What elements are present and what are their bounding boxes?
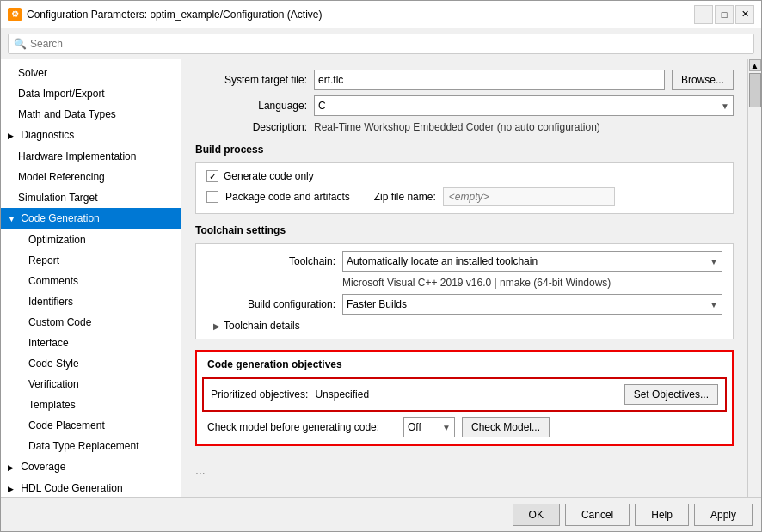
zip-label: Zip file name:: [374, 191, 436, 203]
sidebar-item-code-placement[interactable]: Code Placement: [1, 415, 181, 436]
package-code-checkbox[interactable]: [206, 191, 218, 203]
sidebar-item-data-type-rep[interactable]: Data Type Replacement: [1, 436, 181, 456]
toolchain-row: Toolchain: Automatically locate an insta…: [206, 251, 722, 272]
check-model-select[interactable]: Off ▼: [403, 417, 455, 437]
sidebar-item-custom-code[interactable]: Custom Code: [1, 312, 181, 333]
search-input[interactable]: [30, 38, 748, 50]
scrollbar[interactable]: ▲: [747, 59, 761, 497]
sidebar-item-solver[interactable]: Solver: [1, 63, 181, 83]
sidebar-item-templates[interactable]: Templates: [1, 394, 181, 415]
system-target-row: System target file: Browse...: [195, 70, 734, 90]
package-code-label: Package code and artifacts: [225, 191, 350, 203]
toolchain-value: Automatically locate an installed toolch…: [347, 255, 538, 267]
main-panel: System target file: Browse... Language: …: [181, 59, 747, 497]
description-row: Description: Real-Time Workshop Embedded…: [195, 121, 734, 133]
maximize-button[interactable]: □: [715, 5, 734, 24]
toolchain-header: Toolchain settings: [195, 224, 734, 236]
scroll-thumb[interactable]: [749, 73, 761, 107]
sidebar-item-optimization[interactable]: Optimization: [1, 229, 181, 250]
system-target-input[interactable]: [314, 70, 665, 90]
sidebar-item-diagnostics[interactable]: ▶ Diagnostics: [1, 125, 181, 146]
sidebar-item-code-style-label: Code Style: [28, 358, 79, 370]
objectives-header: Code generation objectives: [197, 352, 732, 370]
cancel-button[interactable]: Cancel: [565, 504, 630, 526]
build-config-select[interactable]: Faster Builds ▼: [342, 294, 722, 315]
language-label: Language:: [195, 100, 307, 112]
build-process-header: Build process: [195, 144, 734, 156]
sidebar-item-coverage[interactable]: ▶ Coverage: [1, 456, 181, 478]
dots-indicator: ...: [195, 456, 734, 484]
sidebar-item-comments[interactable]: Comments: [1, 271, 181, 291]
sidebar-item-report-label: Report: [28, 254, 59, 266]
objectives-section: Code generation objectives Prioritized o…: [195, 350, 734, 446]
prioritized-label: Prioritized objectives:: [211, 388, 308, 401]
sidebar-item-verification[interactable]: Verification: [1, 374, 181, 394]
sidebar-item-identifiers[interactable]: Identifiers: [1, 291, 181, 312]
sidebar-item-hdl-code-gen[interactable]: ▶ HDL Code Generation: [1, 478, 181, 497]
sidebar-item-math-data[interactable]: Math and Data Types: [1, 104, 181, 125]
coverage-arrow: ▶: [8, 460, 18, 475]
prioritized-objectives-row: Prioritized objectives: Unspecified Set …: [202, 377, 727, 412]
close-button[interactable]: ✕: [735, 5, 754, 24]
sidebar-item-data-type-rep-label: Data Type Replacement: [28, 440, 139, 452]
diagnostics-arrow: ▶: [8, 128, 18, 144]
sidebar-item-templates-label: Templates: [28, 399, 76, 411]
sidebar-item-hdl-code-gen-label: HDL Code Generation: [21, 482, 122, 494]
help-button[interactable]: Help: [635, 504, 689, 526]
build-config-dropdown-arrow: ▼: [710, 300, 718, 309]
title-bar-left: ⚙ Configuration Parameters: optim_exampl…: [8, 8, 323, 21]
system-target-label: System target file:: [195, 74, 307, 86]
build-config-row: Build configuration: Faster Builds ▼: [206, 294, 722, 315]
toolchain-details[interactable]: ▶ Toolchain details: [206, 320, 722, 332]
check-model-value: Off: [408, 421, 442, 433]
title-controls: ─ □ ✕: [694, 5, 754, 24]
sidebar-item-hardware-label: Hardware Implementation: [18, 150, 136, 162]
zip-input[interactable]: [443, 187, 615, 206]
toolchain-details-arrow: ▶: [213, 321, 220, 331]
generate-code-checkbox[interactable]: [206, 170, 218, 182]
window-title: Configuration Parameters: optim_example/…: [27, 9, 323, 21]
sidebar: Solver Data Import/Export Math and Data …: [1, 59, 181, 497]
content-area: Solver Data Import/Export Math and Data …: [1, 59, 761, 497]
apply-button[interactable]: Apply: [694, 504, 753, 526]
bottom-bar: OK Cancel Help Apply: [1, 497, 761, 531]
toolchain-label: Toolchain:: [206, 255, 335, 267]
toolchain-box: Toolchain: Automatically locate an insta…: [195, 243, 734, 339]
browse-button[interactable]: Browse...: [672, 70, 734, 90]
sidebar-item-verification-label: Verification: [28, 378, 79, 390]
sidebar-item-code-gen[interactable]: ▼ Code Generation: [1, 208, 181, 229]
ok-button[interactable]: OK: [513, 504, 560, 526]
sidebar-item-sim-target[interactable]: Simulation Target: [1, 187, 181, 208]
build-config-label: Build configuration:: [206, 298, 335, 310]
package-code-row: Package code and artifacts Zip file name…: [206, 187, 722, 206]
toolchain-info: Microsoft Visual C++ 2019 v16.0 | nmake …: [206, 277, 722, 289]
set-objectives-button[interactable]: Set Objectives...: [624, 384, 718, 405]
sidebar-item-hardware[interactable]: Hardware Implementation: [1, 146, 181, 167]
sidebar-item-custom-code-label: Custom Code: [28, 316, 91, 328]
language-row: Language: C ▼: [195, 95, 734, 116]
sidebar-item-math-data-label: Math and Data Types: [18, 108, 116, 120]
description-label: Description:: [195, 121, 307, 133]
description-value: Real-Time Workshop Embedded Coder (no au…: [314, 121, 600, 133]
toolchain-select[interactable]: Automatically locate an installed toolch…: [342, 251, 722, 272]
sidebar-item-identifiers-label: Identifiers: [28, 296, 73, 308]
sidebar-item-optimization-label: Optimization: [28, 234, 86, 246]
check-model-button[interactable]: Check Model...: [462, 417, 550, 437]
search-icon: 🔍: [14, 38, 27, 50]
sidebar-item-report[interactable]: Report: [1, 250, 181, 271]
check-model-dropdown-arrow: ▼: [442, 423, 451, 432]
sidebar-item-comments-label: Comments: [28, 275, 78, 287]
language-select[interactable]: C ▼: [314, 95, 734, 116]
sidebar-item-code-placement-label: Code Placement: [28, 419, 105, 431]
minimize-button[interactable]: ─: [694, 5, 713, 24]
app-icon: ⚙: [8, 8, 22, 21]
build-config-value: Faster Builds: [347, 298, 407, 310]
sidebar-item-interface[interactable]: Interface: [1, 333, 181, 353]
generate-code-row: Generate code only: [206, 170, 722, 182]
sidebar-item-diagnostics-label: Diagnostics: [21, 129, 74, 141]
sidebar-item-model-ref[interactable]: Model Referencing: [1, 167, 181, 187]
sidebar-item-code-style[interactable]: Code Style: [1, 353, 181, 374]
sidebar-item-data-import[interactable]: Data Import/Export: [1, 83, 181, 104]
toolchain-settings-section: Toolchain settings Toolchain: Automatica…: [195, 224, 734, 339]
scroll-up-button[interactable]: ▲: [749, 59, 761, 71]
